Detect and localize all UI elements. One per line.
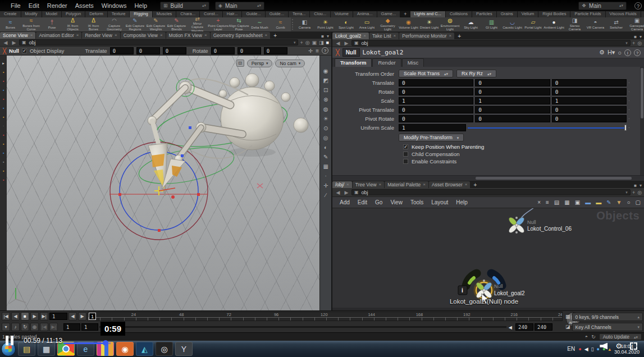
pane-maximize-icon[interactable]: ■	[634, 183, 637, 188]
jump-end-button[interactable]: ▶|	[40, 312, 48, 321]
tool-align-capture-pose[interactable]: ⇆ Align Capture Pose	[229, 17, 249, 31]
shelf-tab[interactable]: Const...	[200, 11, 223, 17]
translate-y-field[interactable]: 0	[136, 47, 160, 54]
tool-stereo-camera[interactable]: ◨ Stereo Camera	[564, 17, 585, 31]
gear-icon[interactable]: ⚙	[599, 49, 605, 56]
close-tab-icon[interactable]: ×	[76, 32, 79, 39]
close-tab-icon[interactable]: ×	[449, 33, 452, 39]
network-menu-item[interactable]: Help	[452, 199, 472, 205]
select-mode-icon[interactable]: ▸	[2, 61, 4, 65]
shelf-tab[interactable]: Create	[0, 11, 21, 17]
preset-icon[interactable]: H▾	[608, 49, 615, 56]
pane-menu-icon[interactable]: ▾	[640, 34, 642, 39]
pane-maximize-icon[interactable]: ■	[634, 34, 637, 39]
tool-geometry-light[interactable]: ◆ Geometry Light	[377, 17, 398, 31]
tool-edit-capture-blends[interactable]: ✎ Edit Capture Blends	[166, 17, 187, 31]
thumbnail-icon[interactable]: ▣	[575, 199, 580, 205]
parameter-tab[interactable]: Render	[372, 58, 401, 67]
desktop-selector[interactable]: ⊞ Build▴▾	[160, 2, 209, 10]
tool-capture-geometry[interactable]: ◠ Capture Geometry	[104, 17, 125, 31]
tool-spot-light[interactable]: ◐ Spot Light	[336, 17, 357, 31]
shelf-tab[interactable]: Vellum	[518, 11, 539, 17]
prev-key-button[interactable]: |◀	[40, 323, 48, 331]
shelf-tab[interactable]: Anima...	[353, 11, 377, 17]
pane-menu-icon[interactable]: ▾	[327, 34, 329, 39]
audio-options-icon[interactable]: ♪	[11, 323, 20, 331]
pin-pane-icon[interactable]: +	[632, 40, 635, 46]
transform-order-select[interactable]: Scale Rot Trans▴▾	[399, 70, 453, 77]
pane-tab[interactable]: Geometry Spreadsheet×	[211, 32, 271, 39]
checkbox[interactable]	[403, 159, 408, 164]
x-component-field[interactable]: 0	[399, 115, 473, 122]
projection-selector[interactable]: Persp▾	[247, 60, 273, 67]
y-component-field[interactable]: 0	[475, 115, 550, 122]
settings-gear-icon[interactable]: ⚙	[615, 342, 622, 350]
view-tool-icon[interactable]: ◉	[323, 68, 328, 74]
network-menu-item[interactable]: Edit	[354, 199, 371, 205]
back-icon[interactable]: ◀	[2, 40, 9, 45]
uniform-scale-slider[interactable]	[468, 124, 627, 131]
network-menu-item[interactable]: Layout	[427, 199, 452, 205]
rotate-order-select[interactable]: Rx Ry Rz▴▾	[456, 70, 496, 77]
menu-item[interactable]: Assets	[71, 1, 98, 10]
help-icon[interactable]: ?	[634, 49, 641, 56]
menu-item[interactable]: File	[7, 1, 25, 10]
translate-z-field[interactable]: 0	[163, 47, 186, 54]
pause-button[interactable]	[6, 336, 13, 345]
tray-record-icon[interactable]: ●	[578, 346, 581, 352]
keys-summary-button[interactable]: 0 keys, 9/9 channels▴	[572, 313, 643, 321]
play-button[interactable]: ▶	[30, 312, 39, 321]
menu-item[interactable]: Windows	[98, 1, 131, 10]
forward-icon[interactable]: ▶	[343, 40, 350, 46]
network-menu-item[interactable]: Add	[336, 199, 354, 205]
find-icon[interactable]: ○	[627, 199, 631, 205]
lock-view-icon[interactable]: ⊡	[236, 60, 244, 67]
tool-area-light[interactable]: ▭ Area Light	[357, 17, 377, 31]
x-component-field[interactable]: 0	[399, 88, 473, 95]
step-back-button[interactable]: ◀	[68, 312, 77, 321]
tool-gamepad-camera[interactable]: ▣ Gamepad Camera	[627, 17, 644, 31]
ladder-handle-icon[interactable]: ∙	[628, 80, 634, 85]
ladder-handle-icon[interactable]: ∙	[628, 98, 634, 103]
range-start-field[interactable]: 1	[63, 323, 80, 331]
node-lokot-control-06[interactable]: Null Lokot_Control_06	[508, 216, 572, 234]
tool-caustic-light[interactable]: ◡ Caustic Light	[502, 17, 523, 31]
handles-icon[interactable]: ✛	[323, 182, 328, 189]
tool-volume-light[interactable]: ◉ Volume Light	[398, 17, 419, 31]
pane-tab[interactable]: Tree View×	[353, 181, 384, 188]
shelf-tab[interactable]: Modify	[21, 11, 42, 17]
shelf-tab[interactable]: Game...	[377, 11, 401, 17]
x-component-field[interactable]: 1	[399, 97, 473, 104]
pane-tab[interactable]: Lokot_goal2×	[332, 33, 369, 39]
network-editor-canvas[interactable]: Objects Null Lokot_Control_06	[332, 208, 644, 308]
path-breadcrumb[interactable]: ▣ obj ▾	[351, 40, 631, 46]
points-mode-icon[interactable]: ▪	[3, 133, 4, 137]
network-menu-item[interactable]: Tools	[407, 199, 427, 205]
lighting-icon[interactable]: ☀	[323, 116, 328, 122]
tool-ik-from-bones[interactable]: Δ IK from Bones	[83, 17, 104, 31]
pose-tool-icon[interactable]: ▪	[3, 115, 4, 119]
network-list-icon[interactable]: ≡	[546, 199, 549, 205]
new-pane-tab-icon[interactable]: +	[455, 33, 464, 39]
timeline-ruler[interactable]: 24487296120144168192216240 1	[88, 312, 563, 321]
tray-volume-icon[interactable]: ◀	[584, 346, 588, 352]
pane-tab[interactable]: Motion FX View×	[166, 32, 210, 39]
shelf-tab[interactable]: Terra...	[289, 11, 310, 17]
ladder-handle-icon[interactable]: ∙	[628, 107, 634, 112]
chevron-down-icon[interactable]: ▾	[294, 40, 296, 45]
shelf-tab[interactable]: Guide...	[266, 11, 289, 17]
tool-camera[interactable]: ◧ Camera	[294, 17, 315, 31]
step-forward-button[interactable]: ▶	[78, 312, 86, 321]
notes-icon[interactable]: ▬	[596, 199, 601, 205]
shelf-tab[interactable]: Particles	[472, 11, 497, 17]
y-component-field[interactable]: 1	[475, 97, 550, 104]
pane-tab[interactable]: Composite View×	[121, 32, 166, 39]
bucket-icon[interactable]: ▼	[616, 199, 622, 205]
parameter-tab[interactable]: Misc	[402, 58, 424, 67]
tool-delta-mush[interactable]: ∼ Delta Mush	[249, 17, 270, 31]
shelf-tab[interactable]: Grains	[497, 11, 518, 17]
edges-mode-icon[interactable]: ▪	[3, 142, 4, 146]
brush-icon[interactable]: ∕	[325, 192, 326, 198]
tool-sky-light[interactable]: ☁ Sky Light	[460, 17, 481, 31]
tool-point-light[interactable]: ☀ Point Light	[315, 17, 336, 31]
